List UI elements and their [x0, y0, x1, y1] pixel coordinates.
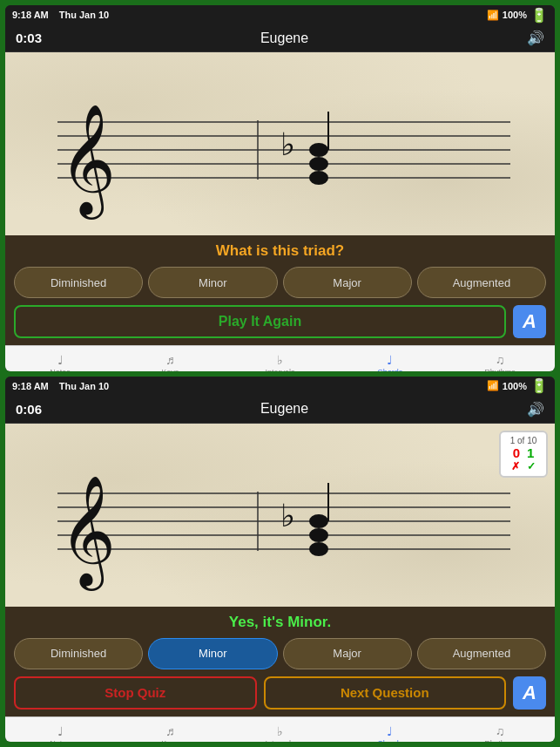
note-middle-1 — [309, 157, 328, 171]
rhythms-tab-icon-2: ♫ — [496, 724, 505, 738]
controls-area-1: What is this triad? Diminished Minor Maj… — [5, 235, 555, 345]
keys-tab-icon-1: ♬ — [165, 353, 175, 367]
wifi-icon-1: 📶 — [487, 10, 499, 21]
panel-2: 9:18 AM Thu Jan 10 📶 100% 🔋 0:06 Eugene … — [5, 377, 555, 743]
staff-area-2: 1 of 10 0 1 ✗ ✓ 𝄞 ♭ — [5, 424, 555, 607]
timer-2: 0:06 — [16, 402, 42, 417]
chords-tab-label-2: Chords — [377, 739, 402, 743]
answer-major-2[interactable]: Major — [283, 638, 412, 669]
intervals-tab-label-1: Intervals — [266, 368, 295, 371]
tab-bar-1: ♩ Notes ♬ Keys ♭ Intervals ♩ Chords ♫ Rh… — [5, 345, 555, 371]
app-title-1: Eugene — [260, 31, 308, 46]
intervals-tab-icon-2: ♭ — [277, 724, 283, 738]
status-bar-1: 9:18 AM Thu Jan 10 📶 100% 🔋 — [5, 5, 555, 24]
a-badge-1[interactable]: A — [513, 305, 546, 338]
battery-bar-1: 🔋 — [530, 7, 548, 24]
play-again-button[interactable]: Play It Again — [14, 305, 506, 338]
tab-chords-2[interactable]: ♩ Chords — [335, 717, 445, 743]
panel-1: 9:18 AM Thu Jan 10 📶 100% 🔋 0:03 Eugene … — [5, 5, 555, 371]
action-row-2: Stop Quiz Next Question A — [14, 676, 546, 710]
answer-augmented-2[interactable]: Augmented — [417, 638, 546, 669]
status-date-1: Thu Jan 10 — [59, 10, 109, 20]
answer-minor-2[interactable]: Minor — [148, 638, 277, 669]
staff-area-1: 𝄞 ♭ — [5, 52, 555, 235]
staff-svg-2: 𝄞 ♭ — [5, 424, 555, 607]
tab-notes-2[interactable]: ♩ Notes — [5, 717, 115, 743]
tab-keys-2[interactable]: ♬ Keys — [115, 717, 225, 743]
answer-buttons-1: Diminished Minor Major Augmented — [14, 267, 546, 298]
treble-clef-2: 𝄞 — [59, 477, 116, 592]
answer-diminished-2[interactable]: Diminished — [14, 638, 143, 669]
controls-area-2: Yes, it's Minor. Diminished Minor Major … — [5, 607, 555, 716]
tab-notes-1[interactable]: ♩ Notes — [5, 346, 115, 371]
rhythms-tab-label-2: Rhythms — [484, 739, 516, 743]
sound-icon-2[interactable]: 🔊 — [527, 401, 544, 418]
status-left-2: 9:18 AM Thu Jan 10 — [12, 381, 109, 391]
note-top-1 — [309, 143, 328, 157]
answer-buttons-2: Diminished Minor Major Augmented — [14, 638, 546, 669]
a-badge-2[interactable]: A — [513, 676, 546, 710]
keys-tab-label-2: Keys — [161, 739, 179, 743]
stop-quiz-button[interactable]: Stop Quiz — [14, 676, 257, 710]
keys-tab-label-1: Keys — [161, 368, 179, 371]
action-row-1: Play It Again A — [14, 305, 546, 338]
chords-tab-icon-1: ♩ — [387, 353, 393, 367]
staff-svg-1: 𝄞 ♭ — [5, 52, 555, 235]
sound-icon-1[interactable]: 🔊 — [527, 30, 544, 46]
notes-tab-label-2: Notes — [50, 739, 71, 743]
rhythms-tab-icon-1: ♫ — [496, 353, 505, 367]
question-text-1: What is this triad? — [14, 242, 546, 260]
flat-symbol-2: ♭ — [280, 499, 295, 533]
tab-intervals-1[interactable]: ♭ Intervals — [225, 346, 334, 371]
battery-bar-2: 🔋 — [530, 377, 548, 394]
tab-bar-2: ♩ Notes ♬ Keys ♭ Intervals ♩ Chords ♫ Rh… — [5, 716, 555, 743]
note-bottom-2 — [309, 542, 328, 556]
treble-clef-1: 𝄞 — [59, 105, 116, 221]
tab-keys-1[interactable]: ♬ Keys — [115, 346, 225, 371]
intervals-tab-label-2: Intervals — [266, 739, 295, 743]
note-bottom-1 — [309, 171, 328, 185]
answer-diminished-1[interactable]: Diminished — [14, 267, 143, 298]
result-text: Yes, it's Minor. — [14, 614, 546, 631]
app-header-2: 0:06 Eugene 🔊 — [5, 396, 555, 424]
flat-symbol-1: ♭ — [280, 127, 295, 162]
intervals-tab-icon-1: ♭ — [277, 353, 283, 367]
note-middle-2 — [309, 528, 328, 542]
notes-tab-icon-1: ♩ — [57, 353, 64, 367]
wifi-icon-2: 📶 — [487, 380, 499, 391]
tab-rhythms-1[interactable]: ♫ Rhythms — [445, 346, 555, 371]
battery-1: 100% — [503, 10, 527, 20]
note-top-2 — [309, 514, 328, 528]
status-right-2: 📶 100% 🔋 — [487, 377, 548, 394]
timer-1: 0:03 — [16, 31, 42, 45]
answer-minor-1[interactable]: Minor — [148, 267, 277, 298]
chords-tab-label-1: Chords — [377, 368, 402, 371]
tab-intervals-2[interactable]: ♭ Intervals — [225, 717, 334, 743]
keys-tab-icon-2: ♬ — [165, 724, 175, 738]
status-left-1: 9:18 AM Thu Jan 10 — [12, 10, 109, 20]
status-right-1: 📶 100% 🔋 — [487, 7, 548, 24]
status-bar-2: 9:18 AM Thu Jan 10 📶 100% 🔋 — [5, 377, 555, 396]
notes-tab-label-1: Notes — [50, 368, 71, 371]
app-header-1: 0:03 Eugene 🔊 — [5, 24, 555, 52]
tab-rhythms-2[interactable]: ♫ Rhythms — [445, 717, 555, 743]
rhythms-tab-label-1: Rhythms — [484, 368, 516, 371]
answer-major-1[interactable]: Major — [283, 267, 412, 298]
battery-2: 100% — [503, 381, 527, 391]
status-date-2: Thu Jan 10 — [59, 381, 109, 391]
notes-tab-icon-2: ♩ — [57, 724, 64, 738]
chords-tab-icon-2: ♩ — [387, 724, 393, 738]
app-title-2: Eugene — [260, 401, 308, 417]
tab-chords-1[interactable]: ♩ Chords — [335, 346, 445, 371]
status-time-1: 9:18 AM — [12, 10, 49, 20]
status-time-2: 9:18 AM — [12, 381, 49, 391]
answer-augmented-1[interactable]: Augmented — [417, 267, 546, 298]
next-question-button[interactable]: Next Question — [264, 676, 507, 710]
